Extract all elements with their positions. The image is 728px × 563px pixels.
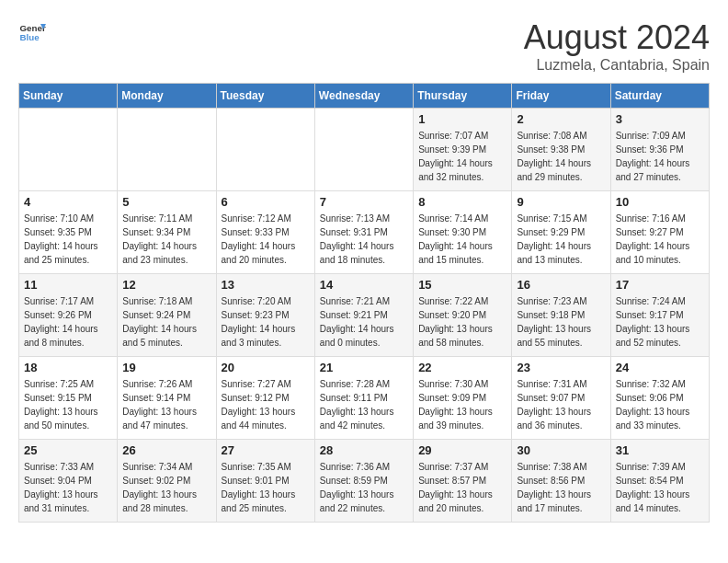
- calendar-cell: 18Sunrise: 7:25 AMSunset: 9:15 PMDayligh…: [19, 357, 118, 440]
- day-number: 26: [122, 443, 210, 457]
- day-info: Sunrise: 7:36 AMSunset: 8:59 PMDaylight:…: [320, 460, 408, 515]
- calendar-week-2: 4Sunrise: 7:10 AMSunset: 9:35 PMDaylight…: [19, 191, 710, 274]
- day-info: Sunrise: 7:32 AMSunset: 9:06 PMDaylight:…: [616, 377, 704, 432]
- day-info: Sunrise: 7:23 AMSunset: 9:18 PMDaylight:…: [517, 294, 605, 350]
- day-info: Sunrise: 7:24 AMSunset: 9:17 PMDaylight:…: [616, 294, 704, 350]
- day-number: 20: [222, 361, 310, 374]
- day-info: Sunrise: 7:18 AMSunset: 9:24 PMDaylight:…: [122, 294, 210, 350]
- day-number: 23: [517, 361, 605, 374]
- weekday-header-tuesday: Tuesday: [216, 84, 314, 109]
- day-info: Sunrise: 7:30 AMSunset: 9:09 PMDaylight:…: [418, 377, 506, 432]
- calendar-cell: 9Sunrise: 7:15 AMSunset: 9:29 PMDaylight…: [512, 191, 610, 274]
- calendar-cell: 11Sunrise: 7:17 AMSunset: 9:26 PMDayligh…: [19, 274, 118, 357]
- day-number: 1: [418, 112, 506, 126]
- day-number: 5: [122, 195, 210, 209]
- day-info: Sunrise: 7:13 AMSunset: 9:31 PMDaylight:…: [320, 212, 408, 267]
- calendar-cell: 28Sunrise: 7:36 AMSunset: 8:59 PMDayligh…: [314, 440, 413, 523]
- day-number: 18: [24, 361, 112, 374]
- day-number: 13: [222, 278, 310, 292]
- calendar-week-1: 1Sunrise: 7:07 AMSunset: 9:39 PMDaylight…: [19, 109, 710, 191]
- weekday-header-friday: Friday: [512, 84, 610, 109]
- calendar-cell: [314, 109, 413, 191]
- day-info: Sunrise: 7:14 AMSunset: 9:30 PMDaylight:…: [418, 212, 506, 267]
- calendar-cell: 29Sunrise: 7:37 AMSunset: 8:57 PMDayligh…: [414, 440, 512, 523]
- month-title: August 2024: [524, 18, 710, 57]
- day-info: Sunrise: 7:39 AMSunset: 8:54 PMDaylight:…: [616, 460, 704, 515]
- day-info: Sunrise: 7:25 AMSunset: 9:15 PMDaylight:…: [24, 377, 112, 432]
- calendar-cell: 3Sunrise: 7:09 AMSunset: 9:36 PMDaylight…: [610, 109, 709, 191]
- day-number: 8: [418, 195, 506, 209]
- day-info: Sunrise: 7:31 AMSunset: 9:07 PMDaylight:…: [517, 377, 605, 432]
- calendar-cell: 12Sunrise: 7:18 AMSunset: 9:24 PMDayligh…: [118, 274, 216, 357]
- calendar-cell: 24Sunrise: 7:32 AMSunset: 9:06 PMDayligh…: [610, 357, 709, 440]
- calendar-cell: 13Sunrise: 7:20 AMSunset: 9:23 PMDayligh…: [216, 274, 314, 357]
- day-number: 28: [320, 443, 408, 457]
- calendar-cell: 22Sunrise: 7:30 AMSunset: 9:09 PMDayligh…: [414, 357, 512, 440]
- day-info: Sunrise: 7:21 AMSunset: 9:21 PMDaylight:…: [320, 294, 408, 350]
- day-info: Sunrise: 7:33 AMSunset: 9:04 PMDaylight:…: [24, 460, 112, 515]
- weekday-header-sunday: Sunday: [19, 84, 118, 109]
- day-number: 7: [320, 195, 408, 209]
- calendar-table: SundayMondayTuesdayWednesdayThursdayFrid…: [18, 83, 710, 523]
- day-info: Sunrise: 7:11 AMSunset: 9:34 PMDaylight:…: [122, 212, 210, 267]
- calendar-cell: 4Sunrise: 7:10 AMSunset: 9:35 PMDaylight…: [19, 191, 118, 274]
- calendar-cell: 2Sunrise: 7:08 AMSunset: 9:38 PMDaylight…: [512, 109, 610, 191]
- logo: General Blue: [18, 18, 46, 46]
- calendar-cell: 21Sunrise: 7:28 AMSunset: 9:11 PMDayligh…: [314, 357, 413, 440]
- location-subtitle: Luzmela, Cantabria, Spain: [524, 57, 710, 74]
- calendar-cell: 27Sunrise: 7:35 AMSunset: 9:01 PMDayligh…: [216, 440, 314, 523]
- calendar-cell: 15Sunrise: 7:22 AMSunset: 9:20 PMDayligh…: [414, 274, 512, 357]
- calendar-cell: 6Sunrise: 7:12 AMSunset: 9:33 PMDaylight…: [216, 191, 314, 274]
- day-info: Sunrise: 7:08 AMSunset: 9:38 PMDaylight:…: [517, 129, 605, 184]
- day-number: 30: [517, 443, 605, 457]
- calendar-cell: [118, 109, 216, 191]
- day-number: 10: [616, 195, 704, 209]
- day-info: Sunrise: 7:22 AMSunset: 9:20 PMDaylight:…: [418, 294, 506, 350]
- calendar-cell: 20Sunrise: 7:27 AMSunset: 9:12 PMDayligh…: [216, 357, 314, 440]
- calendar-cell: 10Sunrise: 7:16 AMSunset: 9:27 PMDayligh…: [610, 191, 709, 274]
- day-number: 19: [122, 361, 210, 374]
- calendar-cell: 25Sunrise: 7:33 AMSunset: 9:04 PMDayligh…: [19, 440, 118, 523]
- calendar-week-4: 18Sunrise: 7:25 AMSunset: 9:15 PMDayligh…: [19, 357, 710, 440]
- day-info: Sunrise: 7:10 AMSunset: 9:35 PMDaylight:…: [24, 212, 112, 267]
- weekday-header-monday: Monday: [118, 84, 216, 109]
- weekday-header-wednesday: Wednesday: [314, 84, 413, 109]
- day-info: Sunrise: 7:17 AMSunset: 9:26 PMDaylight:…: [24, 294, 112, 350]
- day-info: Sunrise: 7:20 AMSunset: 9:23 PMDaylight:…: [222, 294, 310, 350]
- calendar-cell: 30Sunrise: 7:38 AMSunset: 8:56 PMDayligh…: [512, 440, 610, 523]
- weekday-header-saturday: Saturday: [610, 84, 709, 109]
- calendar-cell: 5Sunrise: 7:11 AMSunset: 9:34 PMDaylight…: [118, 191, 216, 274]
- calendar-cell: 19Sunrise: 7:26 AMSunset: 9:14 PMDayligh…: [118, 357, 216, 440]
- calendar-cell: 14Sunrise: 7:21 AMSunset: 9:21 PMDayligh…: [314, 274, 413, 357]
- calendar-week-3: 11Sunrise: 7:17 AMSunset: 9:26 PMDayligh…: [19, 274, 710, 357]
- day-number: 14: [320, 278, 408, 292]
- day-info: Sunrise: 7:38 AMSunset: 8:56 PMDaylight:…: [517, 460, 605, 515]
- calendar-cell: 1Sunrise: 7:07 AMSunset: 9:39 PMDaylight…: [414, 109, 512, 191]
- day-number: 21: [320, 361, 408, 374]
- day-number: 25: [24, 443, 112, 457]
- calendar-cell: [216, 109, 314, 191]
- day-info: Sunrise: 7:15 AMSunset: 9:29 PMDaylight:…: [517, 212, 605, 267]
- calendar-cell: 31Sunrise: 7:39 AMSunset: 8:54 PMDayligh…: [610, 440, 709, 523]
- day-info: Sunrise: 7:37 AMSunset: 8:57 PMDaylight:…: [418, 460, 506, 515]
- day-number: 17: [616, 278, 704, 292]
- day-info: Sunrise: 7:34 AMSunset: 9:02 PMDaylight:…: [122, 460, 210, 515]
- day-info: Sunrise: 7:26 AMSunset: 9:14 PMDaylight:…: [122, 377, 210, 432]
- calendar-cell: 26Sunrise: 7:34 AMSunset: 9:02 PMDayligh…: [118, 440, 216, 523]
- day-number: 16: [517, 278, 605, 292]
- day-info: Sunrise: 7:12 AMSunset: 9:33 PMDaylight:…: [222, 212, 310, 267]
- calendar-cell: 17Sunrise: 7:24 AMSunset: 9:17 PMDayligh…: [610, 274, 709, 357]
- calendar-cell: 7Sunrise: 7:13 AMSunset: 9:31 PMDaylight…: [314, 191, 413, 274]
- day-number: 27: [222, 443, 310, 457]
- day-number: 2: [517, 112, 605, 126]
- day-number: 15: [418, 278, 506, 292]
- day-number: 22: [418, 361, 506, 374]
- title-area: August 2024 Luzmela, Cantabria, Spain: [524, 18, 710, 74]
- svg-text:Blue: Blue: [20, 32, 40, 42]
- calendar-week-5: 25Sunrise: 7:33 AMSunset: 9:04 PMDayligh…: [19, 440, 710, 523]
- day-number: 24: [616, 361, 704, 374]
- calendar-cell: 16Sunrise: 7:23 AMSunset: 9:18 PMDayligh…: [512, 274, 610, 357]
- day-info: Sunrise: 7:16 AMSunset: 9:27 PMDaylight:…: [616, 212, 704, 267]
- header: General Blue August 2024 Luzmela, Cantab…: [18, 18, 710, 74]
- day-number: 11: [24, 278, 112, 292]
